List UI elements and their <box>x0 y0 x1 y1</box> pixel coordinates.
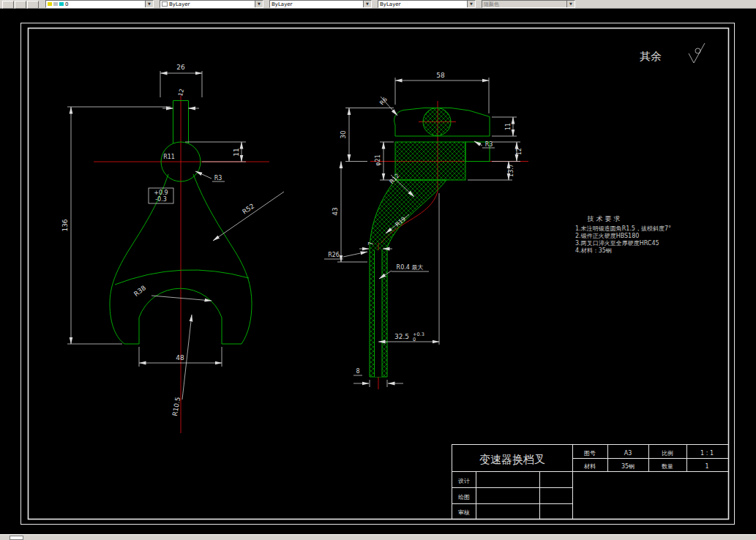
tech-line-3: 3.两叉口淬火至全厚硬度HRC45 <box>575 240 659 247</box>
object-properties-toolbar: 0 ▼ ByLayer ▼ ByLayer ▼ ByLayer ▼ 随颜色 ▼ <box>0 0 756 9</box>
hub-section <box>395 142 465 180</box>
tolerance-lower: -0.3 <box>155 196 167 203</box>
draw-label: 绘图 <box>458 494 470 500</box>
cad-window: 0 ▼ ByLayer ▼ ByLayer ▼ ByLayer ▼ 随颜色 ▼ <box>0 0 756 540</box>
material-label: 材料 <box>583 463 596 470</box>
dim-11: 11 <box>505 123 512 130</box>
chevron-down-icon[interactable]: ▼ <box>363 1 371 7</box>
shaft-bore <box>375 250 383 377</box>
layer-lock-icon <box>53 2 58 6</box>
scale-value: 1 : 1 <box>700 450 714 457</box>
dim-7: 7 <box>368 241 375 245</box>
scale-label: 比例 <box>662 450 673 457</box>
dim-30: 30 <box>340 130 347 139</box>
color-swatch-icon <box>162 1 168 7</box>
chevron-down-icon: ▼ <box>566 1 575 7</box>
qty-label: 数量 <box>662 463 673 470</box>
linetype-combo[interactable]: ByLayer ▼ <box>269 0 372 8</box>
toolbar-button[interactable] <box>15 1 26 9</box>
dim-r0-4-max: R0.4 最大 <box>397 264 424 271</box>
qty-value: 1 <box>705 463 708 470</box>
dim-32-5: 32.5 <box>394 333 409 340</box>
dim-43: 43 <box>332 207 339 215</box>
chevron-down-icon[interactable]: ▼ <box>145 1 153 7</box>
check-label: 审核 <box>458 509 470 516</box>
dim-58: 58 <box>436 72 445 79</box>
layer-color-icon <box>59 2 64 6</box>
tech-title: 技 术 要 求 <box>587 215 621 222</box>
dim-13-7: 13.7 <box>508 164 514 177</box>
plotstyle-combo: 随颜色 ▼ <box>482 0 575 8</box>
drawing-no-value: A3 <box>624 450 632 457</box>
chevron-down-icon[interactable]: ▼ <box>467 1 475 7</box>
dim-12: 12 <box>516 148 523 155</box>
toolbar-button[interactable] <box>2 1 14 9</box>
lineweight-value: ByLayer <box>380 1 467 7</box>
dim-11: 11 <box>233 148 240 156</box>
design-label: 设计 <box>458 478 470 484</box>
drawing-canvas[interactable]: 其余 26 12 11 <box>0 0 756 540</box>
surplus-label: 其余 <box>640 50 662 63</box>
plotstyle-value: 随颜色 <box>484 1 566 8</box>
toolbar-button[interactable] <box>27 1 39 9</box>
layer-visibility-icon <box>48 2 52 6</box>
layer-value: 0 <box>65 1 145 7</box>
tech-line-1: 1.未注明锻造圆角R1.5，拔模斜度7° <box>575 225 671 232</box>
command-input-fragment[interactable] <box>10 536 23 540</box>
dim-8: 8 <box>356 368 359 375</box>
part-name: 变速器换档叉 <box>479 453 545 466</box>
material-value: 35钢 <box>621 463 635 470</box>
linetype-value: ByLayer <box>272 1 363 7</box>
chevron-down-icon[interactable]: ▼ <box>255 1 263 7</box>
status-bar <box>0 534 756 540</box>
dim-phi21: φ21 <box>375 154 381 165</box>
lineweight-combo[interactable]: ByLayer ▼ <box>378 0 476 8</box>
dim-48: 48 <box>176 354 184 361</box>
dim-r3: R3 <box>214 175 222 181</box>
dim-26: 26 <box>176 64 185 71</box>
pin-boss-section <box>423 108 451 136</box>
color-combo[interactable]: ByLayer ▼ <box>160 0 263 8</box>
drawing-no-label: 图号 <box>584 450 596 457</box>
layer-combo[interactable]: 0 ▼ <box>45 0 154 8</box>
tech-line-4: 4.材料：35钢 <box>575 247 612 254</box>
tolerance-upper: +0.9 <box>154 190 168 196</box>
color-value: ByLayer <box>169 1 255 7</box>
dim-r26: R26 <box>328 252 340 258</box>
dim-r11: R11 <box>163 154 175 160</box>
dim-32-5-lower-tol: 0 <box>413 337 416 342</box>
tech-line-2: 2.锻件正火硬度HBS180 <box>575 233 639 239</box>
dim-136: 136 <box>61 219 69 231</box>
dim-r3: R3 <box>485 141 493 148</box>
